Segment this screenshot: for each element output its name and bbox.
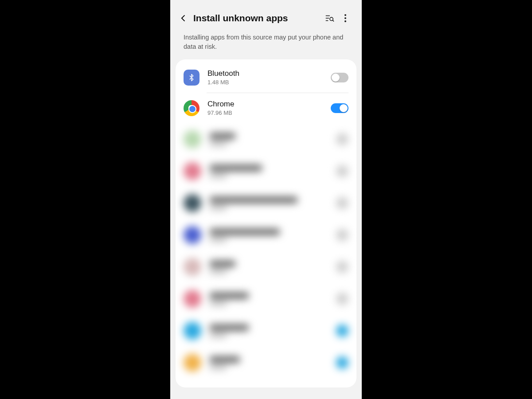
app-row-chrome[interactable]: Chrome 97.96 MB — [176, 93, 356, 123]
app-row-blurred — [176, 123, 356, 155]
svg-point-3 — [330, 17, 333, 20]
warning-text: Installing apps from this source may put… — [170, 27, 362, 59]
app-text-blurred — [209, 196, 298, 210]
overflow-menu-button[interactable] — [339, 12, 352, 25]
app-row-blurred — [176, 283, 356, 315]
svg-line-4 — [332, 20, 334, 22]
app-name-label: Chrome — [207, 100, 331, 109]
toggle-blurred — [336, 197, 348, 209]
app-text-blurred — [209, 324, 249, 338]
toggle-blurred — [336, 165, 348, 177]
header-bar: Install unknown apps — [170, 0, 362, 27]
bluetooth-icon — [184, 70, 200, 86]
app-icon-blurred — [184, 258, 201, 276]
app-text-blurred — [209, 260, 236, 274]
app-icon-blurred — [184, 322, 201, 340]
app-list-card: Bluetooth 1.48 MB Chrome 97.96 MB — [176, 59, 356, 387]
app-text-blurred — [209, 292, 249, 306]
app-size-label: 1.48 MB — [207, 79, 331, 86]
toggle-blurred — [336, 325, 348, 337]
app-row-blurred — [176, 315, 356, 347]
page-title: Install unknown apps — [193, 13, 323, 23]
app-icon-blurred — [184, 354, 201, 372]
chrome-icon — [184, 100, 200, 116]
back-button[interactable] — [177, 12, 190, 24]
toggle-blurred — [336, 133, 348, 145]
app-text-blurred — [209, 133, 236, 146]
app-row-blurred — [176, 219, 356, 251]
app-row-blurred — [176, 155, 356, 187]
settings-screen: Install unknown apps Installing apps fro… — [170, 0, 362, 399]
app-text-blurred — [209, 356, 240, 370]
app-size-label: 97.96 MB — [207, 110, 331, 116]
app-text: Chrome 97.96 MB — [207, 100, 331, 116]
toggle-blurred — [336, 229, 348, 241]
toggle-blurred — [336, 293, 348, 305]
toggle-blurred — [336, 261, 348, 273]
app-icon-blurred — [184, 162, 201, 180]
app-row-blurred — [176, 251, 356, 283]
toggle-bluetooth[interactable] — [331, 73, 348, 82]
list-search-icon — [325, 13, 334, 23]
more-vertical-icon — [344, 14, 346, 22]
app-text-blurred — [209, 228, 280, 242]
app-row-blurred — [176, 187, 356, 219]
app-icon-blurred — [184, 226, 201, 244]
toggle-chrome[interactable] — [331, 103, 348, 113]
app-icon-blurred — [184, 290, 201, 308]
app-row-bluetooth[interactable]: Bluetooth 1.48 MB — [176, 62, 356, 93]
app-icon-blurred — [184, 194, 201, 212]
app-text-blurred — [209, 164, 262, 178]
app-icon-blurred — [184, 130, 201, 148]
chevron-left-icon — [179, 14, 188, 23]
app-text: Bluetooth 1.48 MB — [207, 69, 331, 86]
app-name-label: Bluetooth — [207, 69, 331, 78]
search-sort-button[interactable] — [323, 12, 336, 25]
toggle-blurred — [336, 356, 348, 369]
app-row-blurred — [176, 347, 356, 379]
